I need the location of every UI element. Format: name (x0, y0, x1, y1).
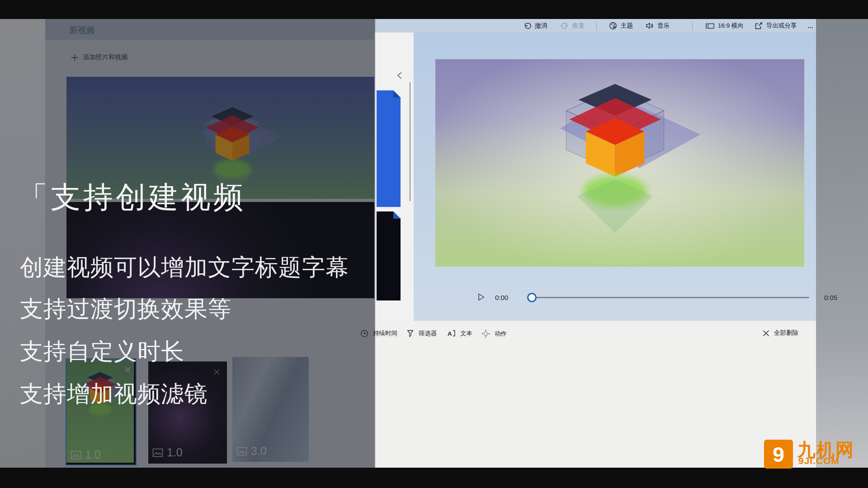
play-icon (477, 292, 486, 302)
redo-button[interactable]: 恢复 (561, 19, 585, 33)
elapsed-time: 0:00 (495, 294, 508, 301)
more-button[interactable]: … (807, 19, 814, 33)
project-pane (374, 33, 414, 321)
export-share-button[interactable]: 导出或分享 (754, 19, 797, 33)
project-card-dark[interactable] (377, 211, 401, 300)
overlay-line: 创建视频可以增加文字标题字幕 (20, 252, 349, 283)
aspect-ratio-button[interactable]: 16:9 横向 (705, 19, 744, 33)
seek-handle[interactable] (527, 293, 537, 302)
toolbar-divider (596, 21, 597, 31)
music-button[interactable]: 音乐 (645, 19, 670, 33)
toolbar-divider (692, 21, 693, 31)
play-button[interactable] (477, 292, 487, 303)
svg-text:A: A (448, 330, 452, 337)
theme-button[interactable]: 主题 (609, 19, 633, 33)
preview-area: 0:00 0:05 (414, 33, 816, 321)
redo-icon (561, 22, 569, 30)
overlay-line: 支持增加视频滤镜 (20, 379, 208, 410)
close-icon (762, 329, 770, 337)
overlay-line: 支持自定义时长 (20, 336, 184, 367)
project-card-blue[interactable] (377, 90, 401, 207)
motion-icon (481, 329, 491, 338)
speaker-icon (645, 21, 654, 30)
chevron-left-icon (396, 71, 404, 80)
editor-toolbar: 撤消 恢复 主题 (374, 19, 816, 33)
video-preview[interactable] (435, 59, 804, 267)
total-time: 0:05 (824, 294, 837, 301)
palette-icon (609, 21, 618, 30)
tools-bar: 持续时间 筛选器 A 文本 (374, 321, 816, 346)
aspect-ratio-icon (705, 22, 715, 30)
undo-icon (523, 22, 532, 30)
motion-tool-button[interactable]: 动作 (481, 329, 507, 338)
blurred-right-margin (816, 19, 868, 468)
pane-scrollbar[interactable] (410, 82, 410, 201)
delete-all-button[interactable]: 全部删除 (762, 329, 798, 337)
filter-icon (406, 329, 415, 338)
text-icon: A (447, 329, 456, 338)
seek-bar[interactable] (530, 297, 809, 298)
text-tool-button[interactable]: A 文本 (447, 329, 472, 338)
watermark-url: 9JI.COM (798, 455, 840, 466)
more-label: … (807, 23, 814, 29)
undo-button[interactable]: 撤消 (523, 19, 547, 33)
screenshot-stage: 新视频 添加照片和视频 (0, 0, 868, 488)
letterbox-bottom (0, 468, 868, 488)
filters-tool-button[interactable]: 筛选器 (406, 329, 437, 338)
collapse-pane-button[interactable] (393, 69, 407, 82)
share-icon (754, 21, 763, 30)
watermark-logo: 9 (764, 440, 793, 469)
letterbox-top (0, 0, 868, 19)
video-editor-window: 撤消 恢复 主题 (374, 19, 816, 468)
overlay-title: 「支持创建视频 (18, 177, 246, 218)
overlay-line: 支持过渡切换效果等 (20, 294, 231, 325)
